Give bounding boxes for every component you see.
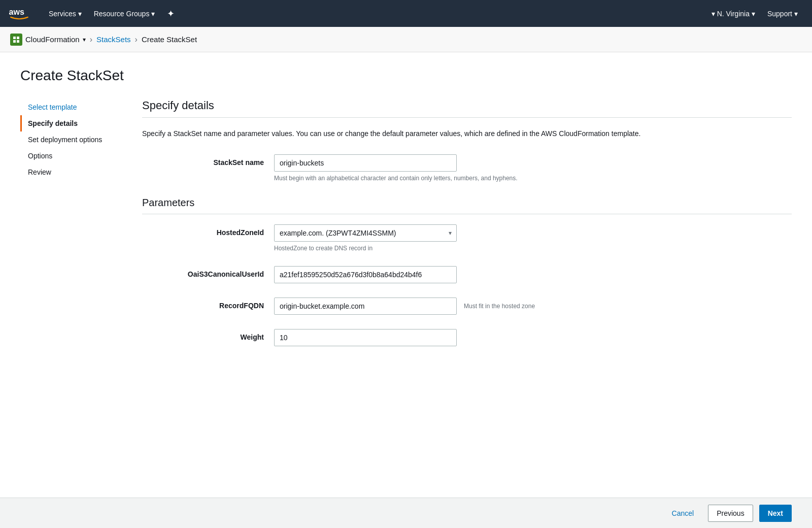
services-label: Services [49, 10, 76, 18]
sidebar-item-review[interactable]: Review [20, 164, 122, 180]
sidebar: Select template Specify details Set depl… [20, 99, 132, 505]
hostedzoneid-select[interactable]: example.com. (Z3PWT4ZMI4SSMM) [274, 224, 457, 242]
hostedzoneid-field-wrap: example.com. (Z3PWT4ZMI4SSMM) ▾ HostedZo… [274, 224, 700, 252]
next-button[interactable]: Next [759, 505, 792, 522]
breadcrumb-bar: CloudFormation ▾ › StackSets › Create St… [0, 27, 812, 52]
form-content: Specify details Specify a StackSet name … [132, 99, 792, 505]
section-desc: Specify a StackSet name and parameter va… [142, 128, 675, 139]
previous-button[interactable]: Previous [708, 505, 753, 522]
svg-text:aws: aws [9, 7, 24, 16]
stacksets-link[interactable]: StackSets [96, 35, 131, 44]
recordfqdn-input[interactable] [274, 298, 457, 315]
params-divider [142, 214, 792, 214]
region-chevron-icon: ▾ [712, 10, 715, 18]
region-expand-icon: ▾ [752, 10, 755, 18]
hostedzoneid-hint: HostedZone to create DNS record in [274, 245, 700, 252]
hostedzoneid-row: HostedZoneId example.com. (Z3PWT4ZMI4SSM… [142, 224, 700, 252]
resource-groups-chevron-icon: ▾ [151, 10, 155, 18]
stackset-name-hint: Must begin with an alphabetical characte… [274, 175, 700, 182]
support-label: Support [767, 10, 792, 18]
nav-services[interactable]: Services ▾ [43, 0, 88, 27]
recordfqdn-hint: Must fit in the hosted zone [464, 303, 535, 310]
recordfqdn-label: RecordFQDN [142, 298, 274, 310]
breadcrumb-sep-2: › [135, 35, 138, 44]
aws-logo[interactable]: aws [8, 7, 30, 21]
breadcrumb-sep-1: › [90, 35, 92, 44]
section-divider [142, 117, 792, 118]
pin-icon[interactable]: ✦ [161, 8, 181, 19]
sidebar-item-specify-details[interactable]: Specify details [20, 115, 122, 131]
sidebar-item-options[interactable]: Options [20, 148, 122, 164]
nav-right: ▾ N. Virginia ▾ Support ▾ [705, 0, 804, 27]
weight-label: Weight [142, 329, 274, 341]
oais3-label: OaiS3CanonicalUserId [142, 266, 274, 278]
svg-rect-4 [17, 40, 19, 43]
cf-icon [10, 34, 22, 46]
sidebar-item-set-deployment[interactable]: Set deployment options [20, 131, 122, 148]
oais3-row: OaiS3CanonicalUserId [142, 266, 700, 283]
oais3-field-wrap [274, 266, 700, 283]
weight-field-wrap [274, 329, 700, 346]
support-chevron-icon: ▾ [794, 10, 798, 18]
recordfqdn-field-wrap: Must fit in the hosted zone [274, 298, 535, 315]
top-navigation: aws Services ▾ Resource Groups ▾ ✦ ▾ N. … [0, 0, 812, 27]
cancel-button[interactable]: Cancel [664, 505, 702, 522]
stackset-name-input[interactable] [274, 154, 457, 172]
oais3-input[interactable] [274, 266, 457, 283]
cf-dropdown-icon[interactable]: ▾ [83, 36, 86, 43]
cf-label: CloudFormation [25, 35, 80, 44]
page-title: Create StackSet [20, 68, 792, 84]
weight-row: Weight [142, 329, 700, 346]
hostedzoneid-select-wrap: example.com. (Z3PWT4ZMI4SSMM) ▾ [274, 224, 457, 242]
hostedzoneid-label: HostedZoneId [142, 224, 274, 237]
region-label: N. Virginia [717, 10, 750, 18]
stackset-name-field-wrap: Must begin with an alphabetical characte… [274, 154, 700, 182]
stackset-name-row: StackSet name Must begin with an alphabe… [142, 154, 700, 182]
nav-support[interactable]: Support ▾ [761, 0, 804, 27]
sidebar-item-select-template[interactable]: Select template [20, 99, 122, 115]
svg-rect-2 [17, 37, 19, 39]
content-layout: Select template Specify details Set depl… [20, 99, 792, 505]
resource-groups-label: Resource Groups [94, 10, 150, 18]
nav-region[interactable]: ▾ N. Virginia ▾ [705, 0, 761, 27]
section-title: Specify details [142, 99, 792, 112]
main-container: Create StackSet Select template Specify … [0, 52, 812, 505]
breadcrumb-current: Create StackSet [142, 35, 197, 44]
stackset-name-label: StackSet name [142, 154, 274, 167]
nav-resource-groups[interactable]: Resource Groups ▾ [88, 0, 161, 27]
params-title: Parameters [142, 197, 792, 209]
page-footer: Cancel Previous Next [0, 498, 812, 528]
weight-input[interactable] [274, 329, 457, 346]
svg-rect-1 [13, 37, 16, 39]
services-chevron-icon: ▾ [78, 10, 82, 18]
recordfqdn-row: RecordFQDN Must fit in the hosted zone [142, 298, 700, 315]
svg-rect-3 [13, 40, 16, 43]
cloudformation-home[interactable]: CloudFormation ▾ [10, 34, 86, 46]
